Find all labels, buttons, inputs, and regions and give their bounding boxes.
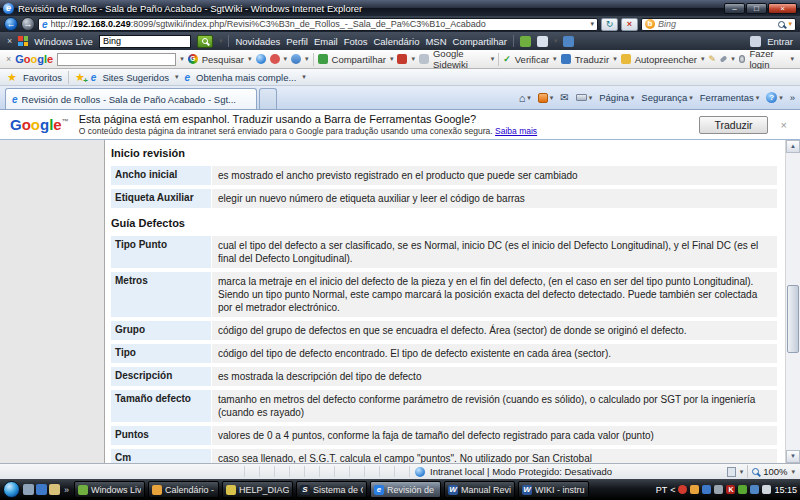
new-tab-button[interactable] [259,88,277,109]
scroll-thumb[interactable] [787,285,799,353]
read-mail-icon[interactable]: ✉ [560,92,568,103]
plus-dropdown-icon[interactable]: ▾ [305,55,309,63]
wrench-icon[interactable] [720,55,728,63]
pagerank-dropdown-icon[interactable]: ▾ [411,55,415,63]
live-link-perfil[interactable]: Perfil [286,36,308,47]
home-button[interactable]: ⌂▾ [519,92,531,104]
live-search-input[interactable] [99,35,191,48]
live-icon-dropdown-icon[interactable]: ▾ [554,37,558,45]
live-link-calendario[interactable]: Calendário [373,36,419,47]
language-indicator[interactable]: PT [656,485,668,495]
live-link-msn[interactable]: MSN [425,36,446,47]
pesquisar-dropdown-icon[interactable]: ▾ [248,55,252,63]
volume-icon[interactable] [762,485,771,494]
wrench-dropdown-icon[interactable]: ▾ [731,55,735,63]
live-search-button[interactable] [197,35,213,48]
live-photo-icon[interactable] [520,36,531,47]
network-icon[interactable] [750,485,759,494]
autopreencher-dropdown-icon[interactable]: ▾ [701,55,705,63]
close-button[interactable]: × [768,3,797,14]
security-shield-icon[interactable] [678,485,687,494]
zoom-level[interactable]: 100% [763,466,787,477]
command-overflow-icon[interactable]: » [790,92,795,103]
sidewiki-button[interactable]: Google Sidewiki [433,48,487,70]
taskbar-button-manual[interactable]: WManual Revi... [444,481,515,498]
live-search-dropdown-icon[interactable]: ▾ [219,37,223,45]
live-link-compartilhar[interactable]: Compartilhar [453,36,507,47]
tray-users-icon[interactable] [702,485,711,494]
compatibility-view-icon[interactable] [727,467,736,477]
clock[interactable]: 15:15 [774,485,797,495]
vertical-scrollbar[interactable]: ▲ ▼ [785,140,800,463]
login-dropdown-icon[interactable]: ▾ [790,55,794,63]
address-dropdown-icon[interactable]: ▾ [590,20,594,28]
zoom-dropdown-icon[interactable]: ▾ [791,468,795,476]
back-button[interactable]: ← [4,17,18,31]
start-button[interactable] [3,481,20,498]
fazer-login-button[interactable]: Fazer login [749,48,786,70]
share-button[interactable]: Compartilhar [332,54,386,65]
search-box[interactable]: b ▾ [641,18,796,31]
google-toolbar-close-icon[interactable]: × [6,54,11,64]
page-menu[interactable]: Página▾ [599,92,634,103]
globe-icon[interactable] [256,54,266,64]
search-options-dropdown-icon[interactable]: ▾ [788,20,792,28]
traduzir-button[interactable]: Traduzir [575,54,610,65]
refresh-button[interactable]: ↻ [601,18,618,31]
suggested-sites-button[interactable]: Sites Sugeridos [102,72,169,83]
tools-menu[interactable]: Ferramentas▾ [700,92,759,103]
get-more-addons-button[interactable]: Obtenha mais comple... [196,72,296,83]
favorites-button[interactable]: Favoritos [23,72,62,83]
live-messenger-icon[interactable] [563,36,574,47]
pagerank-icon[interactable] [397,54,407,64]
google-search-dropdown-icon[interactable]: ▾ [180,55,184,63]
battery-icon[interactable] [738,485,747,494]
minimize-button[interactable]: – [724,3,745,14]
taskbar-button-sistema[interactable]: SSistema de G... [296,481,367,498]
bookmark-icon[interactable] [270,54,280,64]
live-link-fotos[interactable]: Fotos [344,36,368,47]
security-menu[interactable]: Segurança▾ [641,92,692,103]
quick-launch-icon-3[interactable] [49,484,60,495]
highlighter-icon[interactable]: ✎ [708,54,716,64]
add-favorite-icon[interactable]: ★+ [75,71,85,84]
tab-active[interactable]: e Revisión de Rollos - Sala de Paño Acab… [5,88,257,109]
maximize-button[interactable]: □ [746,3,767,14]
quick-launch-icon-1[interactable] [23,484,34,495]
tray-device-icon[interactable] [714,485,723,494]
print-button[interactable]: ▾ [576,94,593,102]
translate-bar-close-icon[interactable]: × [778,119,790,131]
verificar-dropdown-icon[interactable]: ▾ [553,55,557,63]
live-toolbar-close-icon[interactable]: × [7,36,12,46]
suggested-sites-dropdown-icon[interactable]: ▾ [175,73,179,81]
traduzir-button[interactable]: Traduzir [699,116,767,134]
live-link-email[interactable]: Email [314,36,338,47]
bookmark-dropdown-icon[interactable]: ▾ [284,55,288,63]
tray-app-icon[interactable] [690,485,699,494]
sidewiki-dropdown-icon[interactable]: ▾ [491,55,495,63]
address-field[interactable]: e http://192.168.0.249:8099/sgtwiki/inde… [38,18,598,31]
help-menu[interactable]: ?▾ [766,92,783,103]
live-mail-icon[interactable] [537,36,548,47]
autopreencher-button[interactable]: Autopreencher [635,54,697,65]
signin-label[interactable]: Entrar [767,36,793,47]
taskbar-button-help-diag[interactable]: HELP_DIAG... [222,481,293,498]
tray-expand-icon[interactable]: < [670,485,675,495]
search-icon[interactable] [778,21,785,28]
quick-launch-overflow-icon[interactable]: » [62,485,71,495]
get-more-dropdown-icon[interactable]: ▾ [302,73,306,81]
traduzir-dropdown-icon[interactable]: ▾ [613,55,617,63]
plus-icon[interactable] [291,54,301,64]
taskbar-button-revision-active[interactable]: eRevisión de ... [370,481,441,498]
google-search-input[interactable] [57,53,176,66]
scroll-down-button[interactable]: ▼ [786,450,800,463]
forward-button[interactable]: → [21,17,35,31]
live-link-novidades[interactable]: Novidades [235,36,280,47]
stop-button[interactable]: × [621,18,638,31]
taskbar-button-windows-live[interactable]: Windows Liv... [74,481,145,498]
bing-search-input[interactable] [658,19,775,29]
verificar-button[interactable]: Verificar [515,54,549,65]
scroll-up-button[interactable]: ▲ [786,140,800,153]
antivirus-icon[interactable]: K [726,485,735,494]
taskbar-button-calendario[interactable]: Calendário - ... [148,481,219,498]
